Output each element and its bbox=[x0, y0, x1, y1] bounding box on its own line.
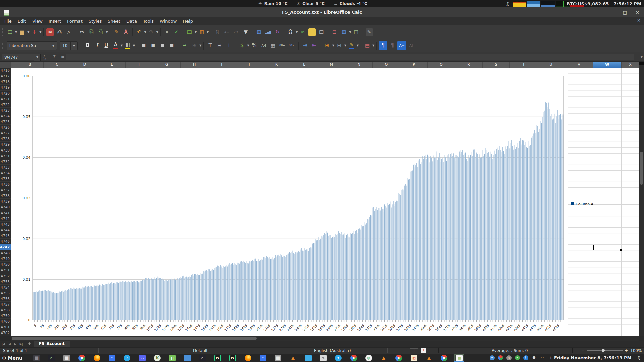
name-box[interactable]: W4747 bbox=[2, 54, 34, 60]
add-decimal-icon[interactable]: 00+ bbox=[278, 41, 287, 50]
spelling-icon[interactable]: ✔ bbox=[172, 27, 181, 37]
column-header-Q[interactable]: Q bbox=[428, 62, 455, 68]
headers-footers-icon[interactable]: ▤ bbox=[317, 27, 326, 37]
column-header-B[interactable]: B bbox=[16, 62, 44, 68]
row-header-4735[interactable]: 4735 bbox=[0, 176, 11, 182]
expand-formula-bar-icon[interactable]: ▼ bbox=[641, 56, 643, 59]
row-header-4737[interactable]: 4737 bbox=[0, 187, 11, 193]
app-telegram[interactable]: ✈ bbox=[122, 354, 132, 361]
row-header-4729[interactable]: 4729 bbox=[0, 142, 11, 147]
column-header-G[interactable]: G bbox=[153, 62, 181, 68]
column-header-R[interactable]: R bbox=[455, 62, 483, 68]
highlighting-color-dropdown-icon[interactable]: ▼ bbox=[133, 44, 135, 47]
function-wizard-icon[interactable]: fx bbox=[43, 54, 46, 60]
tray-wifi[interactable]: ◠ bbox=[539, 355, 545, 360]
window-title-bar[interactable]: F5_Account.txt - LibreOffice Calc –□✕ bbox=[0, 7, 644, 18]
row-header-4754[interactable]: 4754 bbox=[0, 285, 11, 290]
app-vlc-2[interactable]: ▲ bbox=[379, 354, 388, 361]
new-dropdown-icon[interactable]: ▼ bbox=[15, 31, 17, 34]
insert-chart-icon[interactable]: ▂▅▇ bbox=[264, 27, 272, 37]
row-header-4720[interactable]: 4720 bbox=[0, 90, 11, 96]
row-header-4734[interactable]: 4734 bbox=[0, 170, 11, 176]
row-header-4716[interactable]: 4716 bbox=[0, 68, 11, 73]
header-corner[interactable] bbox=[0, 62, 11, 68]
app-kde-connect[interactable]: ▯ bbox=[304, 354, 313, 361]
row-header-4727[interactable]: 4727 bbox=[0, 130, 11, 136]
app-libreoffice-calc[interactable]: ▦ bbox=[454, 354, 464, 362]
row-header-4740[interactable]: 4740 bbox=[0, 204, 11, 210]
sort-descending-icon[interactable]: Z↑ bbox=[232, 27, 240, 37]
format-date-icon[interactable]: ▦ bbox=[269, 41, 277, 50]
menu-help[interactable]: Help bbox=[180, 17, 196, 25]
align-bottom-icon[interactable]: ⊥ bbox=[224, 41, 233, 50]
row-header-4741[interactable]: 4741 bbox=[0, 210, 11, 216]
center-vertically-icon[interactable]: ⊟ bbox=[215, 41, 224, 50]
vertical-scrollbar-thumb[interactable] bbox=[640, 152, 643, 185]
menu-styles[interactable]: Styles bbox=[86, 17, 105, 25]
column-header-T[interactable]: T bbox=[510, 62, 537, 68]
highlighting-color-icon[interactable]: ◧ bbox=[123, 41, 132, 50]
freeze-rows-columns-dropdown-icon[interactable]: ▼ bbox=[349, 31, 351, 34]
row-header-4739[interactable]: 4739 bbox=[0, 199, 11, 204]
zoom-percent[interactable]: 100% bbox=[630, 348, 642, 353]
row-header-4717[interactable]: 4717 bbox=[0, 73, 11, 79]
open-dropdown-icon[interactable]: ▼ bbox=[27, 31, 29, 34]
row-header-4749[interactable]: 4749 bbox=[0, 256, 11, 262]
app-firefox[interactable] bbox=[92, 354, 102, 361]
row-header-4745[interactable]: 4745 bbox=[0, 233, 11, 239]
app-chrome[interactable]: ● bbox=[77, 354, 87, 361]
insert-column-icon[interactable]: ▥ bbox=[197, 27, 206, 37]
cell-cursor-W4747[interactable] bbox=[593, 245, 621, 250]
export-pdf-icon[interactable]: PDF bbox=[46, 28, 54, 36]
first-sheet-icon[interactable]: |◀ bbox=[2, 342, 5, 346]
row-header-4743[interactable]: 4743 bbox=[0, 222, 11, 227]
menu-tools[interactable]: Tools bbox=[140, 17, 157, 25]
app-telegram-2[interactable]: ✈ bbox=[334, 354, 343, 361]
row-header-4758[interactable]: 4758 bbox=[0, 307, 11, 313]
open-icon[interactable]: ▆ bbox=[18, 27, 26, 37]
row-header-4736[interactable]: 4736 bbox=[0, 182, 11, 187]
paragraph-right-to-left-icon[interactable]: ¶ bbox=[388, 41, 397, 50]
app-signal[interactable]: ○ bbox=[107, 354, 117, 361]
menu-sheet[interactable]: Sheet bbox=[105, 17, 123, 25]
sort-icon[interactable]: ⇅ bbox=[213, 27, 222, 37]
row-header-4752[interactable]: 4752 bbox=[0, 273, 11, 279]
insert-row-icon[interactable]: ▤ bbox=[185, 27, 194, 37]
column-header-M[interactable]: M bbox=[318, 62, 345, 68]
cut-icon[interactable]: ✂ bbox=[77, 27, 86, 37]
increase-indent-icon[interactable]: ⇥ bbox=[301, 41, 309, 50]
average-sum-status[interactable]: Average: ; Sum: 0 bbox=[492, 348, 528, 353]
page-style-status[interactable]: Default bbox=[193, 348, 208, 353]
row-header-4726[interactable]: 4726 bbox=[0, 125, 11, 130]
last-sheet-icon[interactable]: ▶| bbox=[20, 342, 23, 346]
row-header-4730[interactable]: 4730 bbox=[0, 147, 11, 153]
app-vlc[interactable]: ▲ bbox=[288, 354, 298, 361]
show-draw-functions-icon[interactable]: ✎ bbox=[366, 28, 373, 36]
equals-icon[interactable]: = bbox=[61, 54, 65, 60]
font-name-combo-value[interactable]: Liberation Sa bbox=[7, 43, 50, 48]
text-direction-vertical-icon[interactable]: A∥ bbox=[407, 41, 416, 50]
bold-icon[interactable]: B bbox=[83, 41, 92, 50]
freeze-rows-columns-icon[interactable]: ▦ bbox=[339, 27, 348, 37]
merge-cells-icon[interactable]: ⊞ bbox=[190, 41, 199, 50]
column-header-J[interactable]: J bbox=[235, 62, 263, 68]
borders-icon[interactable]: ⊞ bbox=[323, 41, 332, 50]
font-size-combo-dropdown-icon[interactable]: ▼ bbox=[70, 42, 77, 50]
split-handle[interactable] bbox=[639, 62, 644, 65]
language-status[interactable]: English (Australia) bbox=[314, 348, 351, 353]
toolbar-grip[interactable] bbox=[1, 28, 4, 36]
app-openvpn[interactable]: ∏ bbox=[168, 354, 177, 361]
font-size-combo[interactable]: 10▼ bbox=[60, 41, 78, 50]
row-header-4719[interactable]: 4719 bbox=[0, 85, 11, 90]
row-header-4756[interactable]: 4756 bbox=[0, 296, 11, 302]
app-file-manager[interactable]: ▆ bbox=[62, 354, 71, 361]
menu-data[interactable]: Data bbox=[123, 17, 140, 25]
row-header-4721[interactable]: 4721 bbox=[0, 96, 11, 102]
column-header-W[interactable]: W bbox=[593, 62, 622, 68]
wrap-text-icon[interactable]: ↵ bbox=[180, 41, 189, 50]
tray-updates-ok[interactable]: ✔ bbox=[514, 355, 520, 360]
app-firefox-2[interactable] bbox=[243, 354, 253, 361]
row-header-4742[interactable]: 4742 bbox=[0, 216, 11, 222]
font-name-combo-dropdown-icon[interactable]: ▼ bbox=[50, 42, 57, 50]
sheet-number-status[interactable]: Sheet 1 of 1 bbox=[3, 348, 28, 353]
